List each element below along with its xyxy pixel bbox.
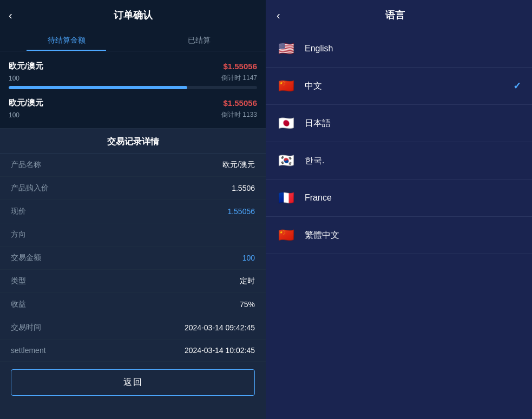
- tab-pending[interactable]: 待结算金额: [0, 30, 133, 51]
- flag-japanese: 🇯🇵: [277, 114, 296, 133]
- detail-value-7: 2024-03-14 09:42:45: [185, 323, 255, 332]
- detail-row-1: 产品购入价 1.5506: [0, 177, 266, 200]
- detail-value-5: 定时: [240, 276, 255, 286]
- left-header: ‹ 订单确认: [0, 0, 266, 30]
- detail-row-5: 类型 定时: [0, 270, 266, 293]
- order-pair-2: 欧元/澳元: [9, 98, 43, 108]
- detail-value-1: 1.5506: [232, 184, 255, 192]
- lang-item-japanese[interactable]: 🇯🇵 日本語: [266, 105, 532, 142]
- detail-label-6: 收益: [11, 300, 26, 309]
- order-price-2: $1.55056: [223, 98, 257, 108]
- lang-item-korean[interactable]: 🇰🇷 한국.: [266, 142, 532, 179]
- detail-label-7: 交易时间: [11, 323, 41, 332]
- left-title: 订单确认: [114, 9, 153, 22]
- return-button[interactable]: 返回: [11, 369, 255, 396]
- detail-row-2: 现价 1.55056: [0, 200, 266, 223]
- detail-panel: 交易记录详情 产品名称 欧元/澳元 产品购入价 1.5506 现价 1.5505…: [0, 129, 266, 419]
- detail-value-2: 1.55056: [227, 207, 255, 216]
- detail-panel-header: 交易记录详情: [0, 129, 266, 154]
- detail-value-4: 100: [242, 254, 255, 262]
- order-pair-1: 欧元/澳元: [9, 61, 43, 71]
- detail-row-4: 交易金额 100: [0, 247, 266, 270]
- order-amount-2: 100: [9, 111, 19, 119]
- left-back-button[interactable]: ‹: [9, 9, 12, 22]
- progress-bar-fill-1: [9, 86, 187, 89]
- detail-row-7: 交易时间 2024-03-14 09:42:45: [0, 316, 266, 340]
- flag-chinese: 🇨🇳: [277, 76, 296, 96]
- right-panel: ‹ 语言 🇺🇸 English 🇨🇳 中文 ✓ 🇯🇵 日本語 🇰🇷 한국. 🇫🇷…: [266, 0, 532, 419]
- detail-label-8: settlement: [11, 346, 46, 355]
- order-amount-1: 100: [9, 75, 19, 82]
- order-price-1: $1.55056: [223, 62, 257, 71]
- detail-value-8: 2024-03-14 10:02:45: [185, 346, 255, 355]
- language-list: 🇺🇸 English 🇨🇳 中文 ✓ 🇯🇵 日本語 🇰🇷 한국. 🇫🇷 Fran…: [266, 30, 532, 419]
- detail-label-2: 现价: [11, 207, 26, 216]
- right-back-button[interactable]: ‹: [277, 9, 280, 22]
- lang-item-traditional-chinese[interactable]: 🇨🇳 繁體中文: [266, 217, 532, 254]
- detail-row-8: settlement 2024-03-14 10:02:45: [0, 340, 266, 362]
- order-item-2[interactable]: 欧元/澳元 $1.55056 100 倒计时 1133: [9, 94, 257, 119]
- progress-bar-bg-1: [9, 86, 257, 89]
- lang-name-french: France: [305, 193, 332, 203]
- detail-row-3: 方向: [0, 223, 266, 247]
- detail-label-1: 产品购入价: [11, 183, 49, 193]
- lang-name-japanese: 日本語: [305, 118, 331, 129]
- lang-name-english: English: [305, 44, 333, 54]
- right-title: 语言: [289, 9, 502, 22]
- return-button-wrap: 返回: [0, 362, 266, 403]
- lang-name-traditional-chinese: 繁體中文: [305, 230, 339, 241]
- detail-value-0: 欧元/澳元: [222, 160, 255, 170]
- detail-row-6: 收益 75%: [0, 293, 266, 316]
- detail-label-4: 交易金额: [11, 253, 41, 263]
- detail-label-0: 产品名称: [11, 160, 41, 170]
- tab-settled[interactable]: 已结算: [133, 30, 266, 51]
- order-list: 欧元/澳元 $1.55056 100 倒计时 1147 欧元/澳元 $1.550…: [0, 51, 266, 129]
- lang-item-chinese[interactable]: 🇨🇳 中文 ✓: [266, 68, 532, 105]
- left-panel: ‹ 订单确认 待结算金额 已结算 欧元/澳元 $1.55056 100 倒计时 …: [0, 0, 266, 419]
- flag-english: 🇺🇸: [277, 39, 296, 58]
- order-countdown-1: 倒计时 1147: [221, 74, 257, 83]
- lang-item-english[interactable]: 🇺🇸 English: [266, 30, 532, 68]
- detail-label-3: 方向: [11, 230, 26, 240]
- detail-label-5: 类型: [11, 276, 26, 286]
- detail-value-6: 75%: [240, 300, 255, 309]
- order-countdown-2: 倒计时 1133: [221, 110, 257, 119]
- tabs: 待结算金额 已结算: [0, 30, 266, 51]
- flag-korean: 🇰🇷: [277, 151, 296, 170]
- detail-row-0: 产品名称 欧元/澳元: [0, 154, 266, 177]
- lang-name-korean: 한국.: [305, 155, 324, 167]
- lang-name-chinese: 中文: [305, 81, 322, 92]
- right-header: ‹ 语言: [266, 0, 532, 30]
- flag-french: 🇫🇷: [277, 188, 296, 208]
- flag-traditional-chinese: 🇨🇳: [277, 225, 296, 245]
- lang-item-french[interactable]: 🇫🇷 France: [266, 179, 532, 217]
- order-item-1[interactable]: 欧元/澳元 $1.55056 100 倒计时 1147: [9, 57, 257, 94]
- check-icon-chinese: ✓: [513, 80, 521, 92]
